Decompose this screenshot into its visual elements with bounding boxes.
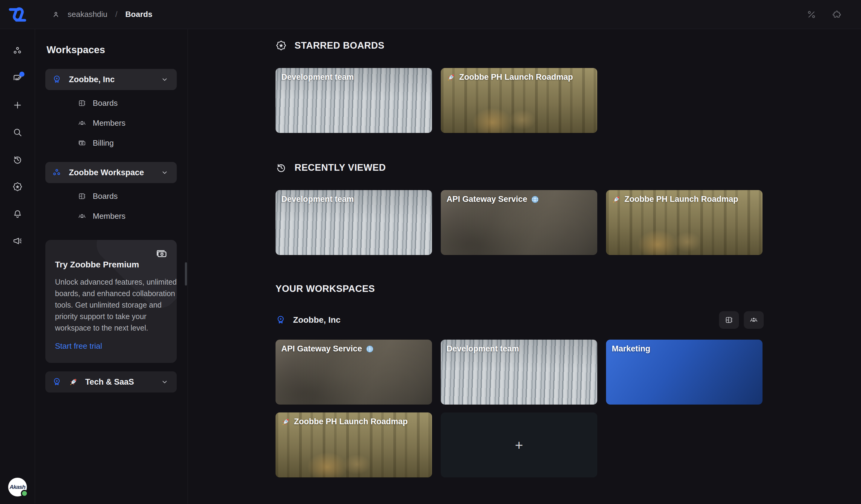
starred-icon[interactable] <box>12 181 23 192</box>
rocket-icon <box>69 377 78 386</box>
sidebar-item-label: Members <box>93 119 125 128</box>
sidebar-title: Workspaces <box>46 44 177 56</box>
globe-icon <box>366 345 374 353</box>
workspace-name: Zoobbe Workspace <box>69 168 144 177</box>
history-icon <box>275 162 287 173</box>
start-free-trial-link[interactable]: Start free trial <box>55 341 102 351</box>
board-card-development-team[interactable]: Development team <box>275 68 432 133</box>
online-status-dot <box>21 490 28 497</box>
create-board-icon[interactable] <box>12 73 23 83</box>
globe-icon <box>531 195 539 204</box>
workspace-name: Tech & SaaS <box>85 377 134 387</box>
members-icon[interactable] <box>744 311 764 329</box>
add-icon[interactable] <box>12 100 23 110</box>
main-content: STARRED BOARDS Development team Zoobbe P… <box>188 29 861 504</box>
workspace-group-row: Zoobbe, Inc <box>275 311 764 329</box>
boards-icon[interactable] <box>719 311 739 329</box>
members-icon <box>78 119 86 127</box>
board-card-marketing[interactable]: Marketing <box>606 340 763 405</box>
section-title: STARRED BOARDS <box>295 40 385 51</box>
app-body: Akash Workspaces Zoobbe, Inc Boards <box>0 29 861 504</box>
workspace-menu: Boards Members Billing <box>45 93 177 153</box>
board-title: Zoobbe PH Launch Roadmap <box>625 194 738 204</box>
board-card-development-team[interactable]: Development team <box>275 190 432 255</box>
notification-dot <box>19 72 25 77</box>
history-icon[interactable] <box>12 154 23 165</box>
plus-label: + <box>515 437 523 453</box>
sidebar-item-billing[interactable]: Billing <box>45 133 177 153</box>
nav-rail: Akash <box>0 29 35 504</box>
breadcrumb-current-page[interactable]: Boards <box>125 10 153 19</box>
board-card-zoobbe-ph-launch-roadmap[interactable]: Zoobbe PH Launch Roadmap <box>441 68 597 133</box>
premium-description: Unlock advanced features, unlimited boar… <box>55 276 177 333</box>
sidebar-item-boards[interactable]: Boards <box>45 186 177 206</box>
workspace-boards-row-1: API Gateway Service Development team Mar… <box>275 340 861 405</box>
sidebar-item-members[interactable]: Members <box>45 113 177 133</box>
your-workspaces-header: YOUR WORKSPACES <box>275 283 861 294</box>
billing-icon <box>78 139 86 147</box>
search-icon[interactable] <box>12 127 23 137</box>
announcements-icon[interactable] <box>12 236 23 246</box>
premium-upsell-card: Try Zoobbe Premium Unlock advanced featu… <box>45 240 177 363</box>
percent-icon[interactable] <box>807 10 816 19</box>
board-card-api-gateway-service[interactable]: API Gateway Service <box>275 340 432 405</box>
workspace-boards-row-2: Zoobbe PH Launch Roadmap + <box>275 412 861 477</box>
boards-icon <box>78 192 86 200</box>
medal-icon <box>52 377 62 387</box>
sidebar-item-label: Members <box>93 212 125 221</box>
workspace-zoobbe-workspace[interactable]: Zoobbe Workspace <box>45 162 177 183</box>
chevron-down-icon[interactable] <box>161 378 169 386</box>
rocket-icon <box>612 195 621 204</box>
workspaces-icon[interactable] <box>12 46 23 56</box>
app-logo[interactable] <box>0 0 35 29</box>
starred-boards-header: STARRED BOARDS <box>275 40 861 51</box>
starred-boards-row: Development team Zoobbe PH Launch Roadma… <box>275 68 861 133</box>
rocket-icon <box>447 73 455 82</box>
board-card-zoobbe-ph-launch-roadmap[interactable]: Zoobbe PH Launch Roadmap <box>606 190 763 255</box>
premium-title: Try Zoobbe Premium <box>55 260 167 270</box>
medal-icon <box>52 74 62 84</box>
board-title: Development team <box>281 72 354 82</box>
workspace-menu: Boards Members <box>45 186 177 226</box>
topbar-actions <box>807 10 842 19</box>
recently-viewed-header: RECENTLY VIEWED <box>275 162 861 173</box>
banknote-icon <box>155 248 168 260</box>
create-board-tile[interactable]: + <box>441 412 597 477</box>
workspace-group-actions <box>719 311 764 329</box>
notifications-icon[interactable] <box>12 209 23 219</box>
sidebar-resize-handle[interactable] <box>185 262 187 286</box>
chevron-down-icon[interactable] <box>161 168 169 177</box>
board-title: Development team <box>447 344 519 354</box>
rocket-icon <box>281 417 290 426</box>
workspace-name: Zoobbe, Inc <box>69 75 115 84</box>
sidebar-item-label: Billing <box>93 138 113 148</box>
topbar: seakashdiu / Boards <box>0 0 861 29</box>
avatar[interactable]: Akash <box>8 478 27 496</box>
chevron-down-icon[interactable] <box>161 75 169 84</box>
board-card-zoobbe-ph-launch-roadmap[interactable]: Zoobbe PH Launch Roadmap <box>275 412 432 477</box>
user-icon <box>52 11 60 18</box>
board-title: Zoobbe PH Launch Roadmap <box>294 417 408 426</box>
sidebar-item-members[interactable]: Members <box>45 206 177 226</box>
board-title: Zoobbe PH Launch Roadmap <box>459 72 573 82</box>
breadcrumb-username[interactable]: seakashdiu <box>68 10 108 19</box>
workspace-group-name: Zoobbe, Inc <box>293 315 341 325</box>
medal-icon <box>275 315 286 325</box>
starred-icon <box>275 40 287 51</box>
extensions-icon[interactable] <box>832 10 842 19</box>
sidebar-item-boards[interactable]: Boards <box>45 93 177 113</box>
board-card-api-gateway-service[interactable]: API Gateway Service <box>441 190 597 255</box>
board-card-development-team[interactable]: Development team <box>441 340 597 405</box>
section-title: RECENTLY VIEWED <box>295 162 386 173</box>
board-title: Marketing <box>612 344 651 354</box>
recently-viewed-row: Development team API Gateway Service Zoo… <box>275 190 861 255</box>
section-title: YOUR WORKSPACES <box>275 283 375 294</box>
breadcrumb: seakashdiu / Boards <box>52 10 152 19</box>
members-icon <box>78 212 86 220</box>
workspace-tech-saas[interactable]: Tech & SaaS <box>45 371 177 393</box>
sidebar-item-label: Boards <box>93 192 118 201</box>
avatar-label: Akash <box>9 484 25 490</box>
board-title: Development team <box>281 194 354 204</box>
workspace-zoobbe-inc[interactable]: Zoobbe, Inc <box>45 69 177 90</box>
board-title: API Gateway Service <box>447 194 527 204</box>
